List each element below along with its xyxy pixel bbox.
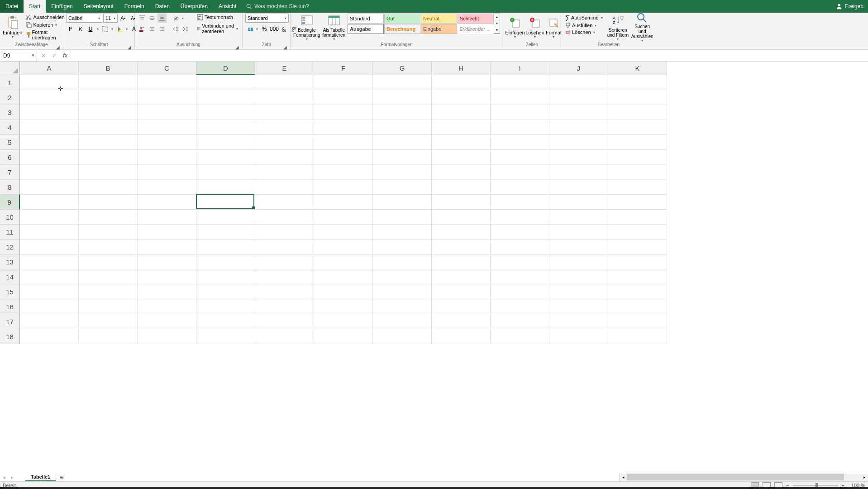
- cell-style-explanatory[interactable]: Erklärender ...: [458, 24, 494, 34]
- cell-style-bad[interactable]: Schlecht: [458, 14, 494, 24]
- cell[interactable]: [549, 240, 608, 254]
- cell[interactable]: [432, 225, 491, 240]
- paste-button[interactable]: Einfügen ▾: [3, 14, 22, 42]
- insert-function-button[interactable]: fx: [60, 53, 71, 59]
- cell[interactable]: [491, 90, 549, 105]
- cell[interactable]: [20, 210, 79, 225]
- cell[interactable]: [255, 135, 314, 150]
- cell-style-good[interactable]: Gut: [384, 14, 420, 24]
- cell[interactable]: [79, 150, 138, 165]
- cell[interactable]: [138, 135, 196, 150]
- cell[interactable]: [255, 75, 314, 90]
- cell[interactable]: [20, 240, 79, 254]
- dialog-launcher-icon[interactable]: ◢: [283, 45, 287, 49]
- new-sheet-button[interactable]: ⊕: [56, 473, 67, 481]
- zoom-slider[interactable]: [793, 485, 838, 486]
- formula-input[interactable]: [71, 50, 868, 61]
- cell[interactable]: [549, 284, 608, 299]
- column-header[interactable]: H: [432, 62, 491, 75]
- row-header[interactable]: 15: [0, 284, 20, 299]
- cell[interactable]: [549, 314, 608, 329]
- cell[interactable]: [196, 284, 255, 299]
- cell[interactable]: [491, 269, 549, 284]
- cell[interactable]: [138, 329, 196, 344]
- clear-button[interactable]: Löschen ▾: [564, 29, 605, 35]
- cell[interactable]: [20, 269, 79, 284]
- cell[interactable]: [20, 225, 79, 240]
- cell[interactable]: [255, 254, 314, 269]
- cell[interactable]: [255, 90, 314, 105]
- cell[interactable]: [549, 150, 608, 165]
- cell[interactable]: [491, 180, 549, 195]
- row-header[interactable]: 10: [0, 210, 20, 225]
- conditional-formatting-button[interactable]: Bedingte Formatierung▾: [293, 14, 320, 42]
- cell[interactable]: [314, 269, 373, 284]
- cell[interactable]: [79, 120, 138, 135]
- comma-format-button[interactable]: 000: [270, 24, 279, 34]
- cell[interactable]: [491, 284, 549, 299]
- cell[interactable]: [432, 105, 491, 120]
- cell[interactable]: [549, 105, 608, 120]
- gallery-more-button[interactable]: ▼: [494, 27, 500, 34]
- user-icon[interactable]: [836, 3, 842, 10]
- cell[interactable]: [491, 299, 549, 314]
- cell[interactable]: [373, 210, 432, 225]
- cell-style-output[interactable]: Ausgabe: [348, 24, 384, 34]
- cell[interactable]: [608, 195, 667, 210]
- cell[interactable]: [549, 120, 608, 135]
- cell[interactable]: [138, 254, 196, 269]
- tab-review[interactable]: Überprüfen: [175, 0, 213, 13]
- cell[interactable]: [79, 329, 138, 344]
- cell[interactable]: [549, 210, 608, 225]
- cell[interactable]: [608, 90, 667, 105]
- cell[interactable]: [196, 165, 255, 180]
- cell[interactable]: [20, 135, 79, 150]
- cell[interactable]: [314, 105, 373, 120]
- format-painter-button[interactable]: Format übertragen: [24, 29, 66, 41]
- cell[interactable]: [20, 75, 79, 90]
- row-header[interactable]: 7: [0, 165, 20, 180]
- copy-button[interactable]: Kopieren ▾: [24, 21, 66, 29]
- decrease-indent-button[interactable]: [171, 24, 180, 34]
- row-header[interactable]: 1: [0, 75, 20, 90]
- cell[interactable]: [20, 120, 79, 135]
- row-header[interactable]: 9: [0, 195, 20, 210]
- chevron-down-icon[interactable]: ▼: [31, 53, 35, 58]
- column-header[interactable]: C: [138, 62, 196, 75]
- cell[interactable]: [138, 150, 196, 165]
- cell-style-standard[interactable]: Standard: [348, 14, 384, 24]
- cell[interactable]: [373, 165, 432, 180]
- cell[interactable]: [255, 329, 314, 344]
- cell[interactable]: [608, 120, 667, 135]
- cell[interactable]: [432, 284, 491, 299]
- cell[interactable]: [608, 135, 667, 150]
- cell[interactable]: [79, 299, 138, 314]
- cell[interactable]: [432, 180, 491, 195]
- cell[interactable]: [314, 195, 373, 210]
- cell[interactable]: [373, 269, 432, 284]
- cell[interactable]: [138, 240, 196, 254]
- cell[interactable]: [608, 225, 667, 240]
- cell[interactable]: [255, 165, 314, 180]
- cell[interactable]: [20, 299, 79, 314]
- cell[interactable]: [314, 120, 373, 135]
- cell[interactable]: [373, 120, 432, 135]
- gallery-up-button[interactable]: ▲: [494, 14, 500, 20]
- cell[interactable]: [20, 254, 79, 269]
- wrap-text-button[interactable]: abc Textumbruch: [196, 14, 239, 21]
- cell[interactable]: [373, 314, 432, 329]
- cell[interactable]: [79, 254, 138, 269]
- cell[interactable]: [196, 135, 255, 150]
- cell[interactable]: [20, 165, 79, 180]
- cell[interactable]: [79, 135, 138, 150]
- cell[interactable]: [255, 225, 314, 240]
- tell-me-search[interactable]: Was möchten Sie tun?: [246, 0, 309, 13]
- cell[interactable]: [608, 105, 667, 120]
- cell[interactable]: [138, 225, 196, 240]
- cell[interactable]: [432, 195, 491, 210]
- cell[interactable]: [491, 210, 549, 225]
- cell[interactable]: [255, 150, 314, 165]
- align-middle-button[interactable]: [148, 14, 157, 23]
- cell[interactable]: [608, 269, 667, 284]
- align-top-button[interactable]: [138, 14, 147, 23]
